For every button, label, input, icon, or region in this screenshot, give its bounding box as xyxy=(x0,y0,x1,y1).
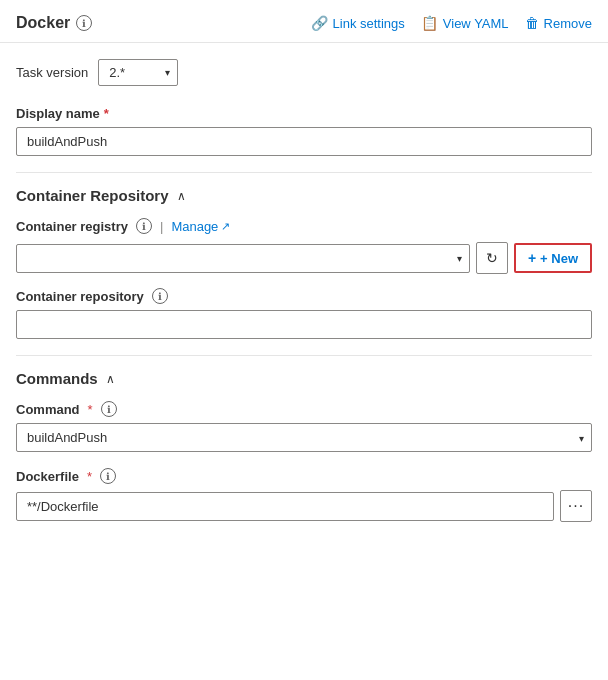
container-repository-input[interactable] xyxy=(16,310,592,339)
registry-select[interactable] xyxy=(16,244,470,273)
yaml-icon: 📋 xyxy=(421,15,438,31)
task-version-select[interactable]: 2.* 1.* 0.* xyxy=(98,59,178,86)
plus-icon: + xyxy=(528,250,536,266)
header-info-icon: ℹ xyxy=(76,15,92,31)
container-repository-group: Container repository ℹ xyxy=(16,288,592,339)
page-title: Docker xyxy=(16,14,70,32)
command-label: Command xyxy=(16,402,80,417)
registry-select-wrapper: ▾ xyxy=(16,244,470,273)
manage-link[interactable]: Manage ↗ xyxy=(171,219,230,234)
dockerfile-info-icon: ℹ xyxy=(100,468,116,484)
container-repository-title: Container Repository xyxy=(16,187,169,204)
container-repository-section-header: Container Repository ∧ xyxy=(16,187,592,204)
container-repository-info-icon: ℹ xyxy=(152,288,168,304)
header-actions: 🔗 Link settings 📋 View YAML 🗑 Remove xyxy=(311,15,592,31)
divider-2 xyxy=(16,355,592,356)
task-version-label: Task version xyxy=(16,65,88,80)
commands-chevron: ∧ xyxy=(106,372,115,386)
header-left: Docker ℹ xyxy=(16,14,92,32)
header: Docker ℹ 🔗 Link settings 📋 View YAML 🗑 R… xyxy=(0,0,608,43)
display-name-required: * xyxy=(104,106,109,121)
dockerfile-group: Dockerfile * ℹ ··· xyxy=(16,468,592,522)
dockerfile-input-row: ··· xyxy=(16,490,592,522)
display-name-label: Display name * xyxy=(16,106,592,121)
dockerfile-input[interactable] xyxy=(16,492,554,521)
refresh-icon: ↻ xyxy=(486,250,498,266)
trash-icon: 🗑 xyxy=(525,15,539,31)
dockerfile-label-row: Dockerfile * ℹ xyxy=(16,468,592,484)
link-icon: 🔗 xyxy=(311,15,328,31)
task-version-select-wrapper: 2.* 1.* 0.* ▾ xyxy=(98,59,178,86)
registry-select-row: ▾ ↻ + + New xyxy=(16,242,592,274)
container-registry-label: Container registry xyxy=(16,219,128,234)
dockerfile-label: Dockerfile xyxy=(16,469,79,484)
container-repository-chevron: ∧ xyxy=(177,189,186,203)
commands-section-header: Commands ∧ xyxy=(16,370,592,387)
divider-1 xyxy=(16,172,592,173)
command-info-icon: ℹ xyxy=(101,401,117,417)
container-repository-label-row: Container repository ℹ xyxy=(16,288,592,304)
command-select[interactable]: buildAndPush build push login logout xyxy=(16,423,592,452)
display-name-group: Display name * xyxy=(16,106,592,156)
manage-ext-icon: ↗ xyxy=(221,220,230,233)
link-settings-button[interactable]: 🔗 Link settings xyxy=(311,15,405,31)
dockerfile-required: * xyxy=(87,469,92,484)
new-button[interactable]: + + New xyxy=(514,243,592,273)
task-version-row: Task version 2.* 1.* 0.* ▾ xyxy=(16,59,592,86)
display-name-input[interactable] xyxy=(16,127,592,156)
dockerfile-browse-button[interactable]: ··· xyxy=(560,490,592,522)
container-registry-label-row: Container registry ℹ | Manage ↗ xyxy=(16,218,592,234)
view-yaml-button[interactable]: 📋 View YAML xyxy=(421,15,509,31)
command-group: Command * ℹ buildAndPush build push logi… xyxy=(16,401,592,452)
remove-button[interactable]: 🗑 Remove xyxy=(525,15,592,31)
command-select-wrapper: buildAndPush build push login logout ▾ xyxy=(16,423,592,452)
container-repository-field-label: Container repository xyxy=(16,289,144,304)
main-content: Task version 2.* 1.* 0.* ▾ Display name … xyxy=(0,43,608,554)
commands-title: Commands xyxy=(16,370,98,387)
refresh-button[interactable]: ↻ xyxy=(476,242,508,274)
command-required: * xyxy=(88,402,93,417)
container-registry-info-icon: ℹ xyxy=(136,218,152,234)
command-label-row: Command * ℹ xyxy=(16,401,592,417)
ellipsis-icon: ··· xyxy=(568,497,584,515)
